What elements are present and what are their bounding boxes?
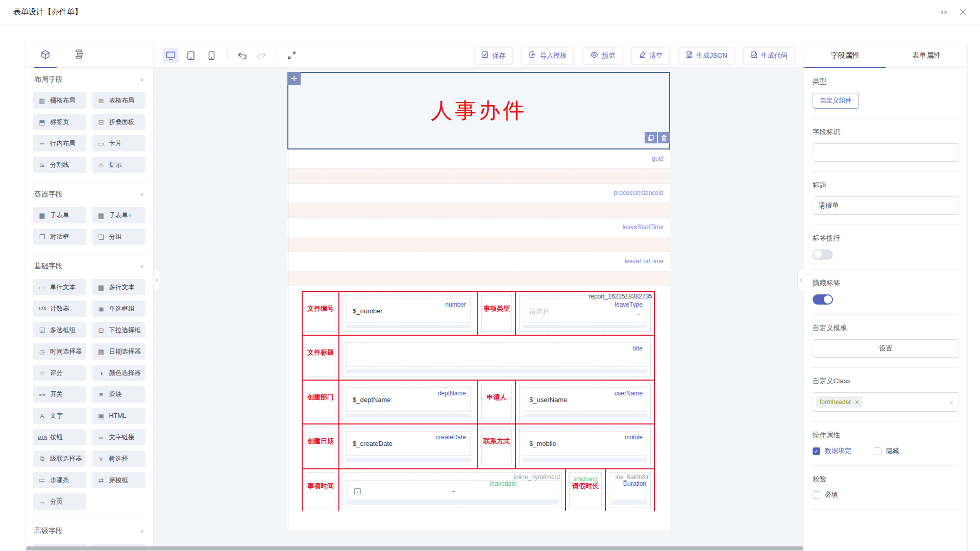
hidden-widget-row[interactable] [287, 168, 670, 184]
text-input[interactable] [346, 342, 647, 367]
table-label-cell[interactable]: shichang 请假时长 [566, 469, 606, 511]
delete-widget-icon[interactable] [658, 132, 670, 143]
form-header-widget-selected[interactable]: ✛ 人事办件 [287, 72, 670, 149]
section-header[interactable]: 基础字段 ∨ [34, 262, 144, 271]
device-tablet-icon[interactable] [183, 48, 199, 63]
tab-form-properties[interactable]: 表单属性 [886, 43, 968, 67]
component-color-picker[interactable]: ◑ 颜色选择器 [92, 365, 145, 381]
hidden-field-leaveStartTime[interactable]: leaveStartTime [287, 218, 670, 237]
hidden-widget-row[interactable] [287, 203, 670, 218]
hidden-field-leaveEndTime[interactable]: leaveEndTime [287, 252, 670, 271]
import-template-button[interactable]: 导入模板 [522, 47, 574, 64]
scrollbar-thumb[interactable] [26, 546, 803, 550]
template-settings-button[interactable]: 设置 [813, 339, 959, 358]
preview-button[interactable]: 预览 [583, 47, 622, 64]
component-text[interactable]: A 文字 [33, 408, 86, 424]
component-inline-layout[interactable]: ┅ 行内布局 [33, 135, 86, 152]
section-header[interactable]: 高级字段 ∨ [34, 527, 144, 536]
outline-tab-tree-icon[interactable] [74, 49, 84, 61]
field-id-input[interactable] [813, 143, 959, 162]
component-text-link[interactable]: ∞ 文字链接 [92, 429, 145, 445]
copy-widget-icon[interactable] [645, 132, 657, 143]
type-tag[interactable]: 自定义组件 [813, 93, 859, 109]
component-rate[interactable]: ☆ 评分 [33, 365, 86, 381]
generate-code-button[interactable]: 生成代码 [744, 47, 795, 64]
component-cascader[interactable]: ⧉ 级联选择器 [33, 450, 86, 467]
hidden-widget-row[interactable] [287, 271, 670, 286]
collapse-right-chevron-icon[interactable]: › [797, 269, 804, 291]
device-desktop-icon[interactable] [163, 48, 178, 63]
save-button[interactable]: 保存 [474, 47, 512, 64]
hidden-field-guid[interactable]: guid [287, 149, 670, 168]
clear-button[interactable]: 清空 [631, 47, 670, 64]
table-label-cell[interactable]: 事项时间 [303, 469, 339, 511]
table-input-cell[interactable]: createDate $_createDate [339, 424, 478, 468]
component-time-picker[interactable]: ◷ 时间选择器 [33, 343, 86, 360]
component-tree-select[interactable]: ⋎ 树选择 [92, 450, 145, 467]
fullscreen-icon[interactable] [284, 48, 299, 63]
component-group[interactable]: ❏ 分组 [92, 229, 145, 245]
table-input-cell[interactable]: title [339, 336, 654, 380]
tab-field-properties[interactable]: 字段属性 [804, 43, 886, 67]
table-label-cell[interactable]: 创建日期 [303, 424, 339, 468]
table-input-cell[interactable]: userName $_userName [516, 381, 654, 423]
title-input[interactable] [813, 196, 959, 215]
component-card[interactable]: ▭ 卡片 [92, 135, 145, 152]
component-html[interactable]: ▣ HTML [92, 408, 145, 424]
component-counter[interactable]: 123 计数器 [33, 300, 86, 317]
table-input-cell[interactable]: number $_number [339, 292, 478, 335]
component-button[interactable]: BTN 按钮 [33, 429, 86, 445]
redo-icon[interactable] [254, 48, 268, 63]
hide-label-switch[interactable] [813, 294, 833, 305]
component-switch[interactable]: ⊶ 开关 [33, 386, 86, 403]
table-label-cell[interactable]: 创建部门 [303, 381, 339, 423]
component-checkbox-group[interactable]: ☑ 多选框组 [33, 322, 86, 338]
data-binding-checkbox[interactable]: ✓ 数据绑定 [813, 446, 851, 456]
label-wrap-switch[interactable] [813, 249, 833, 260]
component-multi-line-text[interactable]: ▤ 多行文本 [92, 279, 145, 295]
component-slider[interactable]: ≡ 滑块 [92, 386, 145, 403]
component-grid-layout[interactable]: ▥ 栅格布局 [33, 92, 86, 109]
component-pagination[interactable]: ↔ 分页 [33, 493, 86, 510]
section-header[interactable]: 布局字段 ∨ [34, 75, 144, 84]
component-collapse-panel[interactable]: ⊟ 折叠面板 [92, 114, 145, 130]
table-label-cell[interactable]: 事项类型 [478, 292, 516, 335]
component-table-layout[interactable]: ⊞ 表格布局 [92, 92, 145, 109]
component-divider[interactable]: ≋ 分割线 [33, 157, 86, 173]
hidden-widget-row[interactable] [287, 237, 670, 252]
compress-window-icon[interactable] [940, 8, 948, 16]
component-alert[interactable]: ⚠ 提示 [92, 157, 145, 173]
collapse-left-chevron-icon[interactable]: ‹ [154, 269, 160, 291]
close-icon[interactable] [959, 8, 967, 16]
component-transfer[interactable]: ⇄ 穿梭框 [92, 472, 145, 488]
components-tab-cube-icon[interactable] [40, 49, 51, 62]
table-input-cell[interactable]: deptName $_deptName [339, 381, 478, 423]
generate-json-button[interactable]: 生成JSON [679, 47, 734, 64]
horizontal-scrollbar[interactable] [25, 546, 804, 551]
hidden-field-processInstanceId[interactable]: processInstanceId [287, 184, 670, 203]
required-checkbox[interactable]: 必填 [813, 490, 959, 499]
component-dialog[interactable]: ❐ 对话框 [33, 229, 86, 245]
component-subform-plus[interactable]: ▤ 子表单+ [92, 207, 145, 223]
hidden-checkbox[interactable]: 隐藏 [874, 446, 899, 456]
table-input-cell[interactable]: mobile $_mobile [516, 424, 654, 468]
table-label-cell[interactable]: 申请人 [478, 381, 516, 423]
custom-class-select[interactable]: formheader ✕ ∨ [813, 392, 959, 412]
component-date-picker[interactable]: ▦ 日期选择器 [92, 343, 145, 360]
component-single-line-text[interactable]: ▭ 单行文本 [33, 279, 86, 295]
section-header[interactable]: 容器字段 ∨ [34, 190, 144, 199]
remove-class-icon[interactable]: ✕ [854, 399, 859, 406]
component-subform[interactable]: ▦ 子表单 [33, 207, 86, 223]
component-steps[interactable]: ≔ 步骤条 [33, 472, 86, 488]
table-label-cell[interactable]: 联系方式 [478, 424, 516, 468]
component-radio-group[interactable]: ◉ 单选框组 [92, 300, 145, 317]
table-label-cell[interactable]: 文件编号 [303, 292, 339, 335]
component-select-box[interactable]: ⊡ 下拉选择框 [92, 322, 145, 338]
move-handle-icon[interactable]: ✛ [287, 72, 301, 85]
table-duration-cell[interactable]: ine_6ai0h8lr Duration [606, 469, 654, 511]
table-label-cell[interactable]: 文件标题 [303, 336, 339, 380]
device-mobile-icon[interactable] [204, 48, 219, 63]
undo-icon[interactable] [235, 48, 249, 63]
table-daterange-cell[interactable]: inline_nym8mcrd leavedate - [339, 469, 566, 511]
component-tab-page[interactable]: ⬒ 标签页 [33, 114, 86, 130]
